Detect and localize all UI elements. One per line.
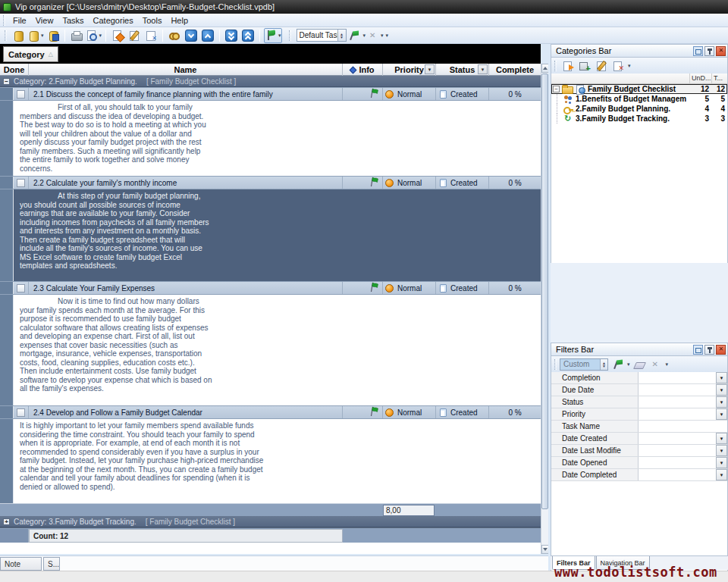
- new-database-button[interactable]: [11, 28, 26, 43]
- pin-panel-icon[interactable]: [704, 345, 714, 355]
- clear-view-button[interactable]: ▾: [367, 28, 384, 43]
- combo-spinner-icon[interactable]: ▲▼: [600, 359, 607, 370]
- category-tree-item[interactable]: 2.Family Budget Planning.44: [551, 104, 727, 114]
- print-preview-button[interactable]: ▾: [86, 28, 102, 43]
- apply-view-button[interactable]: ▾: [350, 28, 366, 43]
- filter-dropdown-icon[interactable]: ▼: [716, 396, 727, 408]
- toolbar-overflow-icon[interactable]: ▾: [628, 63, 631, 69]
- task-done-checkbox[interactable]: [17, 408, 25, 417]
- scrollbar-thumb[interactable]: [541, 74, 548, 509]
- pin-panel-icon[interactable]: [704, 46, 714, 56]
- column-header-done[interactable]: Done: [0, 64, 29, 76]
- column-header-status[interactable]: Status▼: [436, 64, 489, 76]
- filter-dropdown-icon[interactable]: ▼: [716, 445, 727, 456]
- column-header-total[interactable]: T...: [711, 74, 727, 83]
- menu-tools[interactable]: Tools: [138, 14, 167, 27]
- filter-value-field[interactable]: ▼: [639, 433, 727, 444]
- move-to-top-button[interactable]: [240, 28, 256, 43]
- task-row[interactable]: 2.1 Discuss the concept of family financ…: [0, 87, 541, 101]
- vertical-scrollbar[interactable]: [541, 64, 548, 554]
- float-panel-icon[interactable]: [693, 46, 703, 56]
- filter-dropdown-icon[interactable]: ▼: [716, 457, 727, 468]
- group-by-category-tab[interactable]: Category △: [3, 46, 58, 62]
- filter-value-field[interactable]: ▼: [639, 396, 727, 408]
- tab-note[interactable]: Note: [0, 557, 42, 571]
- edit-task-button[interactable]: [127, 28, 142, 43]
- new-checklist-button[interactable]: [560, 58, 576, 74]
- combo-spinner-icon[interactable]: ▲▼: [337, 30, 346, 41]
- column-header-undone[interactable]: UnD...: [689, 74, 711, 83]
- filter-value-field[interactable]: ▼: [639, 445, 727, 456]
- filter-value-field[interactable]: ▼: [639, 384, 727, 396]
- priority-filter-dropdown[interactable]: ▼: [425, 64, 435, 74]
- collapse-icon[interactable]: −: [3, 78, 10, 85]
- filter-value-field[interactable]: [639, 421, 727, 432]
- toolbar-overflow-icon[interactable]: ▾: [666, 361, 669, 368]
- collapse-icon[interactable]: −: [553, 86, 560, 92]
- task-row[interactable]: 2.4 Develop and Follow a Family Budget C…: [0, 405, 541, 419]
- category-tree-item[interactable]: 1.Benefits of Budget Managem55: [551, 94, 727, 104]
- new-category-button[interactable]: [577, 58, 592, 74]
- new-task-button[interactable]: [110, 28, 125, 43]
- expand-icon[interactable]: +: [3, 518, 10, 525]
- status-filter-dropdown[interactable]: ▼: [478, 64, 488, 74]
- task-description-row[interactable]: First of all, you should talk to your fa…: [0, 101, 541, 176]
- menu-help[interactable]: Help: [166, 14, 193, 27]
- title-bar[interactable]: Vip organizer [C:\Users\dmitry\Desktop\F…: [0, 0, 728, 14]
- column-header-info[interactable]: Info: [343, 64, 383, 76]
- edit-category-button[interactable]: [594, 58, 609, 74]
- dropdown-arrow-icon[interactable]: ▾: [278, 33, 281, 39]
- filter-dropdown-icon[interactable]: ▼: [716, 384, 727, 396]
- close-panel-icon[interactable]: [716, 46, 726, 56]
- task-row[interactable]: 2.3 Calculate Your Family ExpensesNormal…: [0, 281, 541, 295]
- filter-preset-combo[interactable]: Custom ▲▼: [560, 358, 608, 371]
- move-down-button[interactable]: [184, 28, 199, 43]
- dropdown-arrow-icon[interactable]: ▾: [627, 361, 630, 368]
- filter-value-field[interactable]: ▼: [639, 469, 727, 480]
- move-to-bottom-button[interactable]: [224, 28, 239, 43]
- filter-value-field[interactable]: ▼: [639, 457, 727, 468]
- menu-tasks[interactable]: Tasks: [58, 14, 88, 27]
- filter-value-field[interactable]: ▼: [639, 408, 727, 420]
- dropdown-arrow-icon[interactable]: ▾: [41, 33, 44, 39]
- filter-dropdown-icon[interactable]: ▼: [716, 372, 727, 383]
- task-view-combo[interactable]: Default Task V ▲▼: [297, 29, 347, 42]
- view-tasks-button[interactable]: [167, 28, 182, 43]
- task-done-checkbox[interactable]: [17, 284, 25, 293]
- category-tree-item[interactable]: −Family Budget Checklist1212: [551, 84, 727, 94]
- task-done-checkbox[interactable]: [17, 90, 25, 99]
- dropdown-arrow-icon[interactable]: ▾: [99, 33, 102, 39]
- filter-dropdown-icon[interactable]: ▼: [716, 408, 727, 420]
- filters-bar-header[interactable]: Filters Bar: [551, 343, 728, 356]
- float-panel-icon[interactable]: [693, 345, 703, 355]
- toolbar-overflow-icon[interactable]: ▾: [386, 33, 389, 39]
- task-description-row[interactable]: At this step of your family budget plann…: [0, 189, 541, 281]
- categories-bar-header[interactable]: Categories Bar: [551, 44, 728, 58]
- flag-view-button[interactable]: ▾: [264, 28, 282, 43]
- task-done-checkbox[interactable]: [17, 179, 25, 187]
- delete-task-button[interactable]: [143, 28, 158, 43]
- delete-filter-button[interactable]: [648, 357, 664, 372]
- clear-filter-button[interactable]: [632, 357, 647, 372]
- close-panel-icon[interactable]: [716, 345, 726, 355]
- task-description-row[interactable]: It is highly important to let your famil…: [0, 419, 541, 503]
- category-tree-item[interactable]: 3.Family Budget Tracking.33: [551, 114, 727, 124]
- task-description-row[interactable]: Now it is time to find out how many doll…: [0, 295, 541, 405]
- column-header-priority[interactable]: Priority▼: [383, 64, 436, 76]
- tab-s[interactable]: S...: [43, 557, 60, 571]
- task-row[interactable]: 2.2 Calculate your family's monthly inco…: [0, 176, 541, 189]
- filter-dropdown-icon[interactable]: ▼: [716, 469, 727, 480]
- menu-file[interactable]: File: [8, 14, 31, 27]
- dropdown-arrow-icon[interactable]: ▾: [363, 33, 366, 39]
- open-database-button[interactable]: ▾: [27, 28, 44, 43]
- filter-dropdown-icon[interactable]: ▼: [716, 433, 727, 444]
- column-header-name[interactable]: Name: [29, 64, 343, 76]
- dropdown-arrow-icon[interactable]: ▾: [381, 33, 384, 39]
- menu-categories[interactable]: Categories: [89, 14, 138, 27]
- column-header-complete[interactable]: Complete: [489, 64, 541, 76]
- save-database-button[interactable]: [46, 28, 61, 43]
- category-row[interactable]: −Category: 2.Family Budget Planning.[ Fa…: [0, 76, 541, 87]
- category-row[interactable]: +Category: 3.Family Budget Tracking.[ Fa…: [0, 516, 541, 527]
- menu-view[interactable]: View: [31, 14, 58, 27]
- edit-filter-button[interactable]: ▾: [613, 357, 630, 372]
